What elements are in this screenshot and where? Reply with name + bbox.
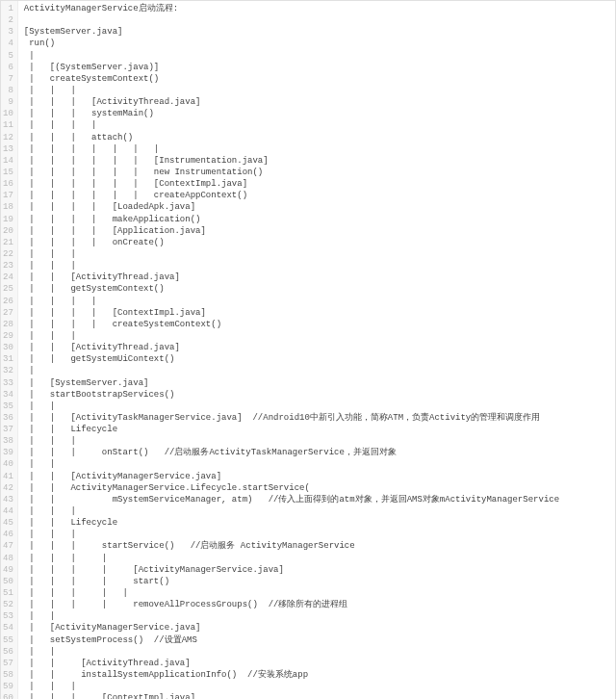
code-line: | | | attach() xyxy=(24,132,615,143)
code-line: | | xyxy=(24,458,615,470)
code-line: | | | | | | [Instrumentation.java] xyxy=(24,155,615,167)
code-line: | | | | createSystemContext() xyxy=(24,319,615,330)
line-number: 38 xyxy=(3,435,13,447)
code-line: | | | xyxy=(24,260,615,272)
code-line: | | | | removeAllProcessGroups() //移除所有的… xyxy=(24,599,615,610)
line-number: 22 xyxy=(3,248,13,260)
code-body: ActivityManagerService启动流程: [SystemServe… xyxy=(18,1,615,699)
line-number: 47 xyxy=(3,540,13,552)
code-line: | | getSystemUiContext() xyxy=(24,353,615,365)
line-number: 23 xyxy=(3,260,13,272)
line-number: 56 xyxy=(3,646,13,658)
line-number: 53 xyxy=(3,610,13,622)
line-number: 52 xyxy=(3,599,13,610)
line-number: 13 xyxy=(3,143,13,155)
line-number: 34 xyxy=(3,389,13,401)
code-line: | | | startService() //启动服务 ActivityMana… xyxy=(24,540,615,552)
code-line: | | | onStart() //启动服务ActivityTaskManage… xyxy=(24,447,615,458)
line-number: 16 xyxy=(3,178,13,190)
line-number: 35 xyxy=(3,401,13,412)
code-line xyxy=(24,14,615,26)
line-number: 54 xyxy=(3,622,13,634)
code-line: | | | | [LoadedApk.java] xyxy=(24,201,615,213)
line-number: 42 xyxy=(3,482,13,494)
line-number: 1 xyxy=(3,3,13,14)
code-line: | | | | onCreate() xyxy=(24,237,615,248)
line-number: 50 xyxy=(3,576,13,587)
line-number: 24 xyxy=(3,272,13,283)
line-number: 45 xyxy=(3,517,13,529)
code-line: | | | | start() xyxy=(24,576,615,587)
code-line: | | xyxy=(24,646,615,658)
code-line: | | | systemMain() xyxy=(24,108,615,119)
code-line: | | installSystemApplicationInfo() //安装系… xyxy=(24,669,615,681)
line-number: 36 xyxy=(3,412,13,424)
line-number: 27 xyxy=(3,307,13,319)
code-line: | | [ActivityManagerService.java] xyxy=(24,471,615,482)
line-number: 30 xyxy=(3,342,13,353)
line-number: 28 xyxy=(3,319,13,330)
code-line: | | Lifecycle xyxy=(24,517,615,529)
code-line: | xyxy=(24,50,615,62)
code-line: | [SystemServer.java] xyxy=(24,377,615,389)
line-number: 29 xyxy=(3,330,13,342)
code-line: | | xyxy=(24,401,615,412)
line-number: 44 xyxy=(3,505,13,517)
code-line: | [(SystemServer.java)] xyxy=(24,62,615,73)
code-line: | | | xyxy=(24,435,615,447)
line-number: 6 xyxy=(3,62,13,73)
code-line: | setSystemProcess() //设置AMS xyxy=(24,634,615,646)
code-line: ActivityManagerService启动流程: xyxy=(24,3,615,14)
line-number: 21 xyxy=(3,237,13,248)
code-line: | [ActivityManagerService.java] xyxy=(24,622,615,634)
line-number-gutter: 1234567891011121314151617181920212223242… xyxy=(1,1,18,699)
line-number: 2 xyxy=(3,14,13,26)
code-line: | | | | | | new Instrumentation() xyxy=(24,167,615,178)
line-number: 10 xyxy=(3,108,13,119)
code-line: | | | xyxy=(24,85,615,96)
code-line: | | | | [ActivityManagerService.java] xyxy=(24,564,615,576)
code-line: | | mSystemServiceManager, atm) //传入上面得到… xyxy=(24,494,615,505)
code-line: | | | xyxy=(24,529,615,540)
code-line: | | [ActivityTaskManagerService.java] //… xyxy=(24,412,615,424)
code-line: | | [ActivityThread.java] xyxy=(24,272,615,283)
line-number: 20 xyxy=(3,225,13,237)
code-line: | | | [ActivityThread.java] xyxy=(24,96,615,108)
line-number: 9 xyxy=(3,96,13,108)
line-number: 12 xyxy=(3,132,13,143)
line-number: 15 xyxy=(3,167,13,178)
line-number: 14 xyxy=(3,155,13,167)
code-line: | | | | makeApplication() xyxy=(24,214,615,225)
code-line: | | Lifecycle xyxy=(24,424,615,435)
line-number: 32 xyxy=(3,365,13,376)
code-line: run() xyxy=(24,38,615,49)
line-number: 49 xyxy=(3,564,13,576)
code-line: | | | xyxy=(24,330,615,342)
line-number: 3 xyxy=(3,26,13,38)
code-line: | | | xyxy=(24,248,615,260)
line-number: 41 xyxy=(3,471,13,482)
line-number: 26 xyxy=(3,296,13,307)
line-number: 8 xyxy=(3,85,13,96)
line-number: 31 xyxy=(3,353,13,365)
line-number: 59 xyxy=(3,681,13,692)
code-line: | | | xyxy=(24,505,615,517)
code-line: | | | | [ContextImpl.java] xyxy=(24,307,615,319)
code-line: | | | | | | createAppContext() xyxy=(24,190,615,201)
code-line: | createSystemContext() xyxy=(24,73,615,85)
line-number: 11 xyxy=(3,119,13,131)
code-line: [SystemServer.java] xyxy=(24,26,615,38)
line-number: 19 xyxy=(3,214,13,225)
line-number: 55 xyxy=(3,634,13,646)
line-number: 25 xyxy=(3,283,13,295)
code-line: | | | | | | | xyxy=(24,143,615,155)
line-number: 40 xyxy=(3,458,13,470)
code-line: | | xyxy=(24,610,615,622)
line-number: 37 xyxy=(3,424,13,435)
line-number: 60 xyxy=(3,692,13,699)
line-number: 4 xyxy=(3,38,13,49)
line-number: 48 xyxy=(3,553,13,564)
code-line: | | | [ContextImpl.java] xyxy=(24,692,615,699)
code-line: | | | | [Application.java] xyxy=(24,225,615,237)
line-number: 33 xyxy=(3,377,13,389)
